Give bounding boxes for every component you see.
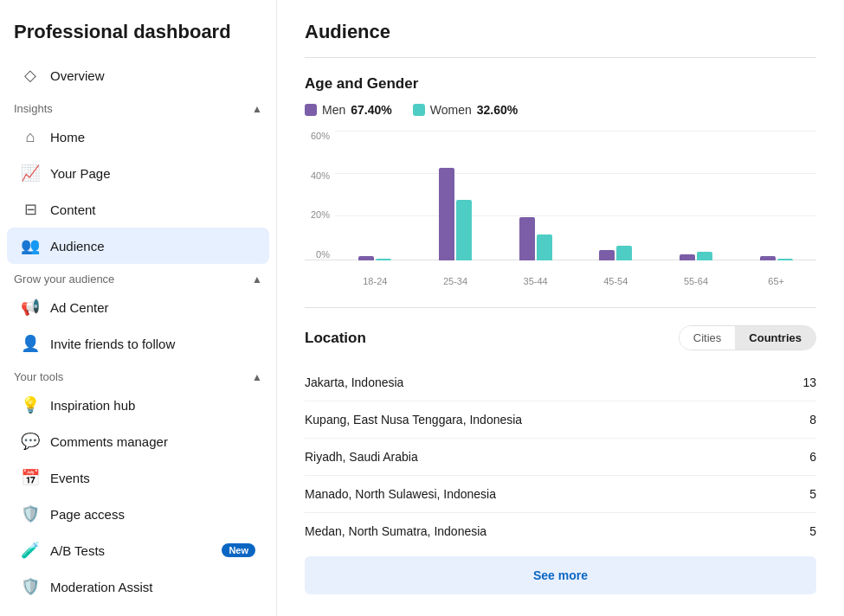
bars-row-55-64 [680,252,712,260]
x-label-35-44: 35-44 [514,276,557,286]
audience-label: Audience [50,239,105,253]
location-count: 6 [796,450,816,464]
location-count: 8 [796,413,816,427]
sidebar-item-ab-tests[interactable]: 🧪 A/B Tests New [7,532,269,568]
sidebar-item-your-page[interactable]: 📈 Your Page [7,155,269,191]
location-row: Riyadh, Saudi Arabia6 [305,439,816,476]
tab-countries[interactable]: Countries [735,326,815,350]
grow-collapse-icon[interactable]: ▲ [252,273,262,286]
bar-group-35-44 [519,217,552,260]
tools-label: Your tools [14,370,63,383]
bar-group-55-64 [680,252,712,260]
location-city: Manado, North Sulawesi, Indonesia [305,487,496,501]
men-bar-55-64 [680,254,695,261]
chart-area: 60% 40% 20% 0% [305,131,816,260]
your-page-label: Your Page [50,166,111,181]
men-legend-item: Men 67.40% [305,103,392,117]
y-label-40: 40% [305,170,335,181]
women-legend-dot [413,104,425,116]
sidebar-item-audience[interactable]: 👥 Audience [7,228,269,264]
sidebar-item-ad-center[interactable]: 📢 Ad Center [7,289,269,325]
sidebar-item-home[interactable]: ⌂ Home [7,119,269,155]
sidebar-item-events[interactable]: 📅 Events [7,459,269,496]
content-icon: ⊟ [21,200,40,219]
your-page-icon: 📈 [21,164,40,183]
comments-manager-label: Comments manager [50,434,168,449]
tools-section-header: Your tools ▲ [0,362,276,387]
events-label: Events [50,471,90,485]
moderation-assist-icon: 🛡️ [21,577,40,596]
women-bar-65+ [777,259,793,261]
x-label-65+: 65+ [755,276,798,286]
men-bar-18-24 [358,256,374,260]
location-city: Jakarta, Indonesia [305,375,403,389]
page-title: Audience [305,21,816,58]
men-bar-35-44 [519,217,535,260]
insights-section-header: Insights ▲ [0,93,276,119]
women-bar-35-44 [537,234,552,260]
women-pct: 32.60% [477,103,518,117]
y-label-20: 20% [305,209,335,220]
women-label: Women [430,103,472,117]
home-label: Home [50,130,85,144]
women-bar-25-34 [456,200,472,260]
age-gender-title: Age and Gender [305,75,816,93]
y-labels: 60% 40% 20% 0% [305,131,335,260]
location-count: 13 [796,375,816,389]
invite-friends-label: Invite friends to follow [50,337,175,351]
location-row: Manado, North Sulawesi, Indonesia5 [305,476,816,513]
ad-center-icon: 📢 [21,298,40,317]
grow-label: Grow your audience [14,273,114,286]
tab-cities[interactable]: Cities [680,326,736,350]
women-bar-45-54 [616,246,632,261]
men-bar-65+ [760,256,776,260]
men-label: Men [322,103,345,117]
location-city: Riyadh, Saudi Arabia [305,450,418,464]
see-more-button[interactable]: See more [305,556,816,594]
ab-tests-icon: 🧪 [21,541,40,560]
women-bar-55-64 [697,252,712,260]
content-label: Content [50,202,96,217]
y-label-60: 60% [305,131,335,141]
sidebar-item-page-access[interactable]: 🛡️ Page access [7,496,269,532]
grow-section-header: Grow your audience ▲ [0,264,276,289]
bar-group-18-24 [358,256,391,260]
overview-icon: ◇ [21,66,40,85]
bars-area [335,131,816,260]
sidebar-item-inspiration-hub[interactable]: 💡 Inspiration hub [7,387,269,423]
location-header: Location Cities Countries [305,325,816,350]
ab-tests-badge: New [222,543,255,557]
sidebar-item-moderation-assist[interactable]: 🛡️ Moderation Assist [7,568,269,605]
sidebar-item-overview[interactable]: ◇ Overview [7,57,269,93]
location-row: Medan, North Sumatra, Indonesia5 [305,513,816,549]
sidebar: Professional dashboard ◇ Overview Insigh… [0,0,277,616]
page-access-label: Page access [50,507,125,522]
men-bar-25-34 [439,168,454,261]
bar-group-25-34 [439,168,472,261]
overview-label: Overview [50,68,105,83]
sidebar-item-comments-manager[interactable]: 💬 Comments manager [7,423,269,459]
age-gender-section: Age and Gender Men 67.40% Women 32.60% [305,75,816,286]
sidebar-title: Professional dashboard [0,14,276,57]
x-labels: 18-2425-3435-4445-5455-6465+ [335,276,816,286]
tools-collapse-icon[interactable]: ▲ [252,371,262,383]
men-bar-45-54 [599,250,615,261]
ad-center-label: Ad Center [50,300,109,315]
invite-friends-icon: 👤 [21,334,40,353]
sidebar-item-content[interactable]: ⊟ Content [7,191,269,228]
location-count: 5 [796,524,816,538]
bars-row-65+ [760,256,793,260]
audience-icon: 👥 [21,236,40,255]
x-label-45-54: 45-54 [594,276,637,286]
moderation-assist-label: Moderation Assist [50,580,152,594]
comments-manager-icon: 💬 [21,432,40,451]
home-icon: ⌂ [21,127,40,146]
ab-tests-label: A/B Tests [50,543,105,558]
x-label-18-24: 18-24 [353,276,396,286]
women-bar-18-24 [376,259,391,261]
location-city: Medan, North Sumatra, Indonesia [305,524,486,538]
sidebar-item-invite-friends[interactable]: 👤 Invite friends to follow [7,325,269,362]
location-list: Jakarta, Indonesia13Kupang, East Nusa Te… [305,364,816,549]
women-legend-item: Women 32.60% [413,103,518,117]
insights-collapse-icon[interactable]: ▲ [252,103,262,115]
